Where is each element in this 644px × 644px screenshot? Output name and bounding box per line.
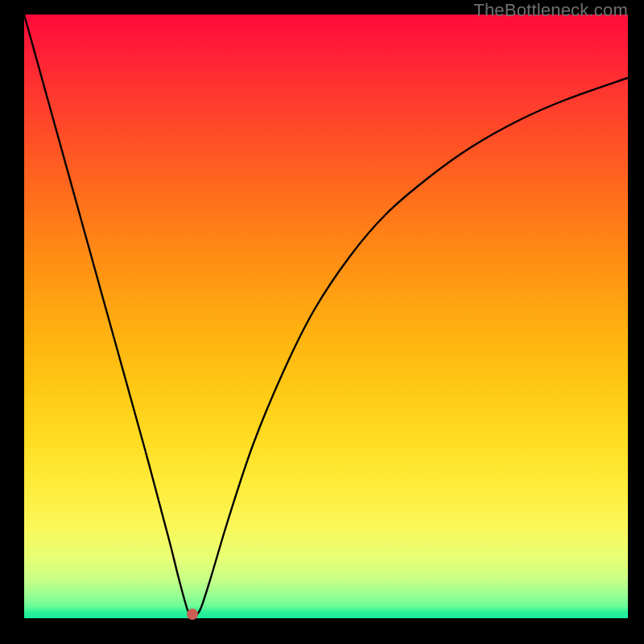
curve-path (24, 14, 628, 616)
watermark-text: TheBottleneck.com (473, 0, 628, 21)
bottleneck-curve (24, 14, 628, 618)
chart-container: TheBottleneck.com (0, 0, 644, 644)
marker-point (187, 609, 198, 620)
